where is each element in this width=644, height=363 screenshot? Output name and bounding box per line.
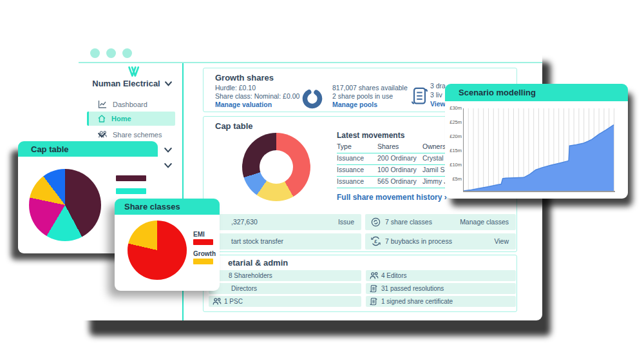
- shareholders-row: 8 Shareholders: [209, 270, 361, 281]
- sidebar-item-dashboard[interactable]: Dashboard: [79, 97, 182, 112]
- scroll-icon: [370, 284, 377, 293]
- drafts-count: 3 dra: [430, 82, 446, 90]
- company-name: Numan Electrical: [92, 79, 160, 88]
- sidebar-item-home[interactable]: Home: [87, 112, 175, 126]
- chevron-down-icon[interactable]: [164, 162, 172, 169]
- scroll-icon: [370, 297, 377, 306]
- chevron-down-icon[interactable]: [164, 147, 172, 153]
- buybacks-tile: £ 7 buybacks in process View: [365, 233, 516, 250]
- people-icon: [213, 297, 222, 306]
- y-tick: £15m: [446, 148, 462, 154]
- window-control-dot[interactable]: [122, 48, 132, 58]
- buybacks-count: 7 buybacks in process: [385, 233, 452, 250]
- legend-swatch: [116, 175, 146, 181]
- card-title: Share classes: [124, 202, 180, 211]
- sidebar-item-label: Share schemes: [113, 128, 162, 142]
- sidebar-item-label: Dashboard: [113, 97, 147, 112]
- editors-row: 4 Editors: [366, 270, 516, 281]
- window-control-dot[interactable]: [90, 48, 100, 58]
- share-class-value: Share class: Nominal: £0.00: [215, 92, 299, 101]
- col-owners: Owners: [422, 141, 446, 152]
- chevron-down-icon: [165, 81, 172, 86]
- total-shares-value: ,327,630: [231, 214, 258, 230]
- legend-swatch: [116, 188, 146, 194]
- cap-table-donut-chart: [242, 133, 310, 201]
- col-type: Type: [337, 141, 352, 152]
- chevron-down-icon[interactable]: [98, 132, 106, 139]
- latest-movements-title: Latest movements: [337, 131, 404, 140]
- y-tick: £20m: [446, 133, 462, 140]
- company-selector[interactable]: Numan Electrical: [84, 79, 180, 88]
- directors-row: Directors: [209, 283, 361, 294]
- y-tick: £10m: [446, 162, 462, 168]
- psc-row: 1 PSC: [209, 296, 361, 307]
- progress-ring-icon: [301, 88, 323, 110]
- y-tick: £30m: [446, 105, 462, 112]
- card-title: Scenario modelling: [459, 88, 536, 97]
- share-classes-tile: 7 share classes Manage classes: [365, 214, 516, 230]
- window-control-dot[interactable]: [106, 48, 116, 58]
- people-icon: [370, 271, 379, 280]
- view-link[interactable]: View: [430, 100, 446, 108]
- marketing-composition: Numan Electrical Dashboard Home: [0, 0, 644, 363]
- section-title: etarial & admin: [228, 258, 288, 268]
- legend-swatch: [193, 259, 213, 264]
- card-header: Share classes: [115, 199, 220, 215]
- stock-transfer-tile[interactable]: tart stock transfer: [211, 233, 361, 250]
- total-shares-tile: ,327,630 Issue: [211, 214, 361, 230]
- manage-valuation-link[interactable]: Manage valuation: [215, 101, 272, 109]
- share-classes-card: Share classes EMI Growth: [115, 199, 220, 291]
- scroll-icon: [411, 86, 428, 107]
- home-icon: [97, 114, 106, 123]
- pools-in-use: 2 share pools in use: [332, 92, 393, 101]
- shares-available: 817,007 shares available: [332, 84, 408, 92]
- sidebar-item-share-schemes[interactable]: Share schemes: [79, 128, 182, 142]
- issue-action[interactable]: Issue: [338, 214, 354, 230]
- sidebar-item-label: Home: [111, 112, 131, 126]
- card-title: Cap table: [31, 144, 69, 154]
- y-tick: £5m: [446, 176, 462, 182]
- svg-text:£: £: [374, 239, 377, 244]
- live-count: 3 liv: [430, 91, 442, 99]
- stock-transfer-label: tart stock transfer: [231, 233, 283, 250]
- col-shares: Shares: [377, 141, 399, 152]
- share-classes-count: 7 share classes: [385, 214, 432, 230]
- pound-cycle-icon: £: [370, 236, 381, 246]
- legend-label: Growth: [193, 250, 216, 257]
- share-classes-pie-chart: [128, 221, 187, 280]
- hurdle-value: Hurdle: £0.10: [215, 84, 256, 92]
- cycle-icon: [371, 217, 381, 227]
- legend-label: EMI: [193, 231, 205, 238]
- resolutions-row: 31 passed resolutions: [366, 283, 516, 294]
- manage-classes-action[interactable]: Manage classes: [460, 214, 509, 230]
- view-buybacks-action[interactable]: View: [494, 233, 509, 250]
- line-chart-icon: [98, 100, 107, 108]
- manage-pools-link[interactable]: Manage pools: [332, 101, 377, 109]
- section-title: Cap table: [215, 121, 253, 131]
- scenario-area-chart: [463, 108, 615, 192]
- section-title: Growth shares: [215, 73, 274, 83]
- certificates-row: 1 signed share certificate: [366, 296, 516, 307]
- y-tick: £25m: [446, 119, 462, 126]
- scenario-modelling-card: Scenario modelling £30m £25m £20m £15m £…: [445, 84, 628, 199]
- card-header: Cap table: [18, 141, 158, 157]
- full-history-link[interactable]: Full share movement history ›: [337, 193, 447, 202]
- legend-swatch: [193, 239, 213, 245]
- donut-hole: [260, 150, 293, 184]
- cap-table-pie-chart: [29, 169, 101, 241]
- secretarial-admin-section: etarial & admin 8 Shareholders Directors…: [203, 255, 517, 312]
- card-header: Scenario modelling: [445, 84, 628, 101]
- window-title-bar: [79, 44, 542, 63]
